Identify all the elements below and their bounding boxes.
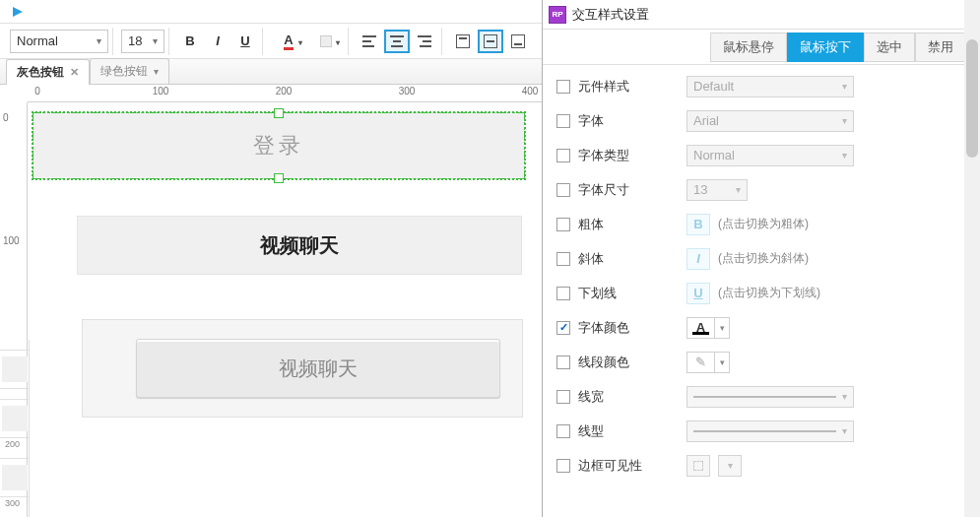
bold-toggle[interactable]: B — [686, 214, 710, 235]
state-tab-pressed[interactable]: 鼠标按下 — [787, 32, 864, 62]
page-tab-label: 灰色按钮 — [17, 64, 64, 81]
chevron-down-icon: ▾ — [97, 35, 101, 46]
style-list: 元件样式 Default▾ 字体 Arial▾ 字体类型 Normal▾ 字体尺… — [543, 65, 980, 517]
row-border-visibility: 边框可见性 ▾ — [556, 448, 966, 483]
valign-top-button[interactable] — [450, 30, 476, 53]
checkbox[interactable] — [556, 149, 570, 162]
valign-bottom-button[interactable] — [505, 30, 531, 53]
page-tab-green[interactable]: 绿色按钮 ▾ — [90, 58, 169, 84]
line-style-select[interactable]: ▾ — [686, 420, 854, 442]
outer-shadow-button[interactable]: ▾ — [308, 30, 344, 53]
align-center-button[interactable] — [384, 30, 410, 53]
italic-button[interactable]: I — [205, 30, 230, 53]
widget-video-chat-bar[interactable]: 视频聊天 — [77, 216, 522, 275]
close-icon[interactable]: ✕ — [70, 66, 79, 79]
pencil-icon: ✎ — [687, 353, 715, 372]
checkbox[interactable] — [556, 424, 570, 438]
design-canvas[interactable]: 登录 视频聊天 视频聊天 — [28, 102, 542, 517]
font-size-select[interactable]: 18 ▾ — [121, 30, 164, 53]
paragraph-style-select[interactable]: Normal ▾ — [10, 30, 108, 53]
row-font-color: ✓ 字体颜色 A ▾ — [556, 310, 966, 345]
checkbox[interactable] — [556, 114, 570, 128]
border-seg-button[interactable] — [686, 455, 710, 477]
checkbox[interactable] — [556, 287, 570, 300]
minimap: 200 300 — [0, 340, 30, 517]
line-width-select[interactable]: ▾ — [686, 386, 854, 408]
row-label: 粗体 — [578, 216, 686, 233]
underline-toggle[interactable]: U — [686, 283, 710, 304]
row-label: 线宽 — [578, 388, 686, 406]
font-color-picker[interactable]: A ▾ — [686, 317, 730, 339]
valign-middle-button[interactable] — [478, 30, 503, 53]
rp-icon: RP — [549, 6, 566, 24]
ruler-label: 100 — [153, 86, 169, 97]
row-label: 字体颜色 — [578, 319, 686, 337]
page-tab-label: 绿色按钮 — [100, 63, 148, 80]
scrollbar-thumb[interactable] — [966, 39, 978, 158]
row-bold: 粗体 B (点击切换为粗体) — [556, 207, 966, 241]
widget-text: 视频聊天 — [279, 355, 358, 382]
panel-title: 交互样式设置 — [572, 6, 649, 24]
checkbox[interactable] — [556, 80, 570, 94]
row-label: 斜体 — [578, 250, 686, 268]
row-italic: 斜体 I (点击切换为斜体) — [556, 241, 966, 276]
scrollbar[interactable] — [964, 0, 980, 517]
widget-text: 登录 — [253, 131, 304, 161]
editor-area: 0 100 200 300 400 0 100 200 300 登录 视频聊天 … — [0, 85, 542, 517]
font-select[interactable]: Arial▾ — [686, 110, 854, 132]
checkbox[interactable]: ✓ — [556, 321, 570, 335]
row-font: 字体 Arial▾ — [556, 103, 966, 138]
widget-login-button[interactable]: 登录 — [33, 112, 525, 179]
bold-button[interactable]: B — [177, 30, 203, 53]
state-tab-selected[interactable]: 选中 — [864, 32, 915, 62]
ruler-label: 200 — [276, 86, 293, 97]
row-label: 线段颜色 — [578, 354, 686, 371]
align-right-button[interactable] — [412, 30, 437, 53]
font-color-button[interactable]: A▾ — [271, 30, 306, 53]
row-label: 字体尺寸 — [578, 181, 686, 199]
ruler-label: 400 — [522, 86, 539, 97]
row-label: 边框可见性 — [578, 457, 686, 475]
underline-button[interactable]: U — [232, 30, 258, 53]
element-style-select[interactable]: Default▾ — [686, 76, 854, 97]
ruler-label: 300 — [399, 86, 416, 97]
widget-text: 视频聊天 — [260, 232, 339, 259]
checkbox[interactable] — [556, 459, 570, 473]
hint-text: (点击切换为下划线) — [718, 285, 820, 301]
panel-header: RP 交互样式设置 — [543, 0, 980, 30]
align-left-button[interactable] — [357, 30, 382, 53]
play-icon[interactable] — [8, 2, 28, 22]
ruler-label: 0 — [3, 112, 9, 123]
chevron-down-icon: ▾ — [715, 353, 729, 372]
font-size-select[interactable]: 13▾ — [686, 179, 748, 201]
font-type-select[interactable]: Normal▾ — [686, 145, 854, 166]
svg-marker-0 — [13, 7, 23, 17]
ruler-label: 100 — [3, 235, 20, 246]
line-color-picker[interactable]: ✎ ▾ — [686, 352, 730, 373]
paragraph-style-value: Normal — [17, 33, 58, 48]
row-line-color: 线段颜色 ✎ ▾ — [556, 345, 966, 379]
state-tab-disabled[interactable]: 禁用 — [915, 32, 966, 62]
row-line-style: 线型 ▾ — [556, 414, 966, 448]
border-seg-dropdown[interactable]: ▾ — [718, 455, 742, 477]
checkbox[interactable] — [556, 252, 570, 266]
page-tab-gray[interactable]: 灰色按钮 ✕ — [6, 59, 90, 85]
checkbox[interactable] — [556, 390, 570, 404]
row-line-width: 线宽 ▾ — [556, 379, 966, 414]
widget-video-chat-button[interactable]: 视频聊天 — [136, 339, 500, 398]
row-font-size: 字体尺寸 13▾ — [556, 172, 966, 207]
italic-toggle[interactable]: I — [686, 248, 710, 270]
state-tab-hover[interactable]: 鼠标悬停 — [710, 32, 787, 62]
row-label: 字体 — [578, 112, 686, 130]
horizontal-ruler: 0 100 200 300 400 — [28, 85, 542, 102]
row-font-type: 字体类型 Normal▾ — [556, 138, 966, 172]
checkbox[interactable] — [556, 355, 570, 369]
letter-a-icon: A — [687, 318, 715, 338]
chevron-down-icon: ▾ — [715, 318, 729, 338]
row-element-style: 元件样式 Default▾ — [556, 69, 966, 103]
checkbox[interactable] — [556, 218, 570, 231]
state-tab-bar: 鼠标悬停 鼠标按下 选中 禁用 — [543, 30, 980, 65]
row-underline: 下划线 U (点击切换为下划线) — [556, 276, 966, 310]
row-label: 下划线 — [578, 285, 686, 302]
checkbox[interactable] — [556, 183, 570, 197]
